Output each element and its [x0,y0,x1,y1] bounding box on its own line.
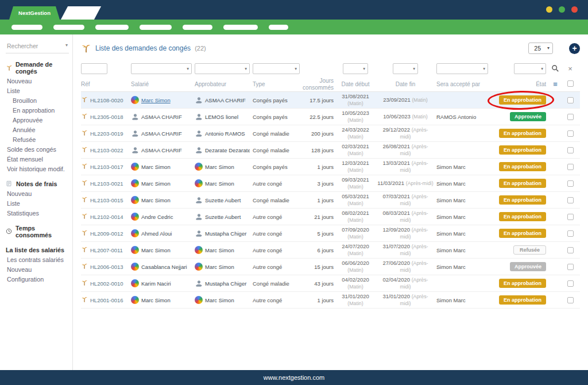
sidebar-section-notes-de-frais[interactable]: Notes de frais [6,179,69,188]
row-checkbox[interactable] [567,114,574,120]
col-header-approbateur[interactable]: Approbateur [195,81,250,87]
filter-salarie-select[interactable]: ▾ [131,63,192,74]
sidebar-item-brouillon[interactable]: Brouillon [6,95,69,105]
sidebar-item-solde-des-conges[interactable]: Solde des congés [6,144,69,154]
filter-ref-input[interactable] [81,63,107,74]
col-header-jours[interactable]: Joursconsommés [303,78,334,91]
sidebar-section-la-liste-des-salaries[interactable]: La liste des salariés [6,245,69,255]
nav-pill[interactable] [11,25,42,30]
nav-pill[interactable] [269,25,288,30]
salarie-name[interactable]: ASMAA CHARIF [141,130,182,137]
table-row[interactable]: HL2009-0012 Ahmed Aloui Mustapha Chiger … [81,225,580,242]
col-header-date-debut[interactable]: Date début [336,81,374,87]
row-checkbox[interactable] [567,197,574,203]
window-dot-red[interactable] [571,6,578,13]
sidebar-item-nouveau[interactable]: Nouveau [6,188,69,198]
row-checkbox[interactable] [567,130,574,137]
nav-pill[interactable] [95,25,129,30]
ref-value[interactable]: HL2305-0018 [90,114,123,120]
ref-value[interactable]: HL2007-0011 [90,247,123,253]
row-checkbox[interactable] [567,230,574,237]
row-checkbox[interactable] [567,297,574,303]
table-row[interactable]: HL2103-0021 Marc Simon Marc Simon Autre … [81,175,580,192]
col-header-ref[interactable]: Réf [81,81,128,87]
ref-value[interactable]: HL2001-0016 [90,297,123,303]
sidebar-item-voir-historique-modif[interactable]: Voir historique modif. [6,164,69,174]
table-row[interactable]: HL2103-0022 ASMAA CHARIF Dezarate Dezara… [81,142,580,159]
ref-value[interactable]: HL2108-0020 [90,97,123,103]
window-dot-yellow[interactable] [546,6,552,13]
salarie-name[interactable]: Ahmed Aloui [141,230,172,237]
row-checkbox[interactable] [567,147,574,153]
row-checkbox[interactable] [567,280,574,287]
col-header-date-fin[interactable]: Date fin [377,81,434,87]
nav-pill[interactable] [223,25,258,30]
ref-value[interactable]: HL2102-0014 [90,214,123,220]
nav-pill[interactable] [183,25,212,30]
salarie-name[interactable]: Marc Simon [141,97,171,103]
sidebar-search[interactable]: Rechercher ▾ [6,41,69,53]
footer-url[interactable]: www.nextgestion.com [264,374,324,381]
salarie-name[interactable]: Marc Simon [141,297,171,303]
ref-value[interactable]: HL2203-0019 [90,130,123,137]
salarie-name[interactable]: ASMAA CHARIF [141,147,182,153]
search-icon[interactable] [551,64,559,72]
row-checkbox[interactable] [567,264,574,270]
salarie-name[interactable]: Andre Cedric [141,214,173,220]
brand-tab[interactable]: NextGestion [9,6,60,20]
filter-sera-select[interactable]: ▾ [436,63,488,74]
sidebar-item-les-contrats-salaries[interactable]: Les contrats salariés [6,255,69,264]
filter-date-debut-select[interactable]: ▾ [343,63,368,74]
secondary-tab[interactable] [61,6,101,20]
sidebar-item-statistiques[interactable]: Statistiques [6,208,69,218]
table-row[interactable]: HL2007-0011 Marc Simon Marc Simon Autre … [81,242,580,259]
ref-value[interactable]: HL2103-0022 [90,147,123,153]
col-header-sera[interactable]: Sera accepté par [436,81,488,87]
filter-etat-select[interactable]: ▾ [514,63,546,74]
col-header-etat[interactable]: État [491,81,546,87]
page-size-select[interactable]: 25 ▾ [528,43,553,54]
sidebar-item-liste[interactable]: Liste [6,86,69,95]
sidebar-item-liste[interactable]: Liste [6,198,69,208]
salarie-name[interactable]: Marc Simon [141,164,171,170]
clear-filters-icon[interactable]: × [568,64,572,73]
ref-value[interactable]: HL2103-0017 [90,164,123,170]
table-row[interactable]: HL2001-0016 Marc Simon Marc Simon Autre … [81,292,580,309]
filter-type-select[interactable]: ▾ [253,63,300,74]
salarie-name[interactable]: Marc Simon [141,197,171,203]
filter-date-fin-select[interactable]: ▾ [393,63,418,74]
ref-value[interactable]: HL2103-0015 [90,197,123,203]
col-header-salarie[interactable]: Salarié [131,81,192,87]
table-row[interactable]: HL2002-0010 Karim Naciri Mustapha Chiger… [81,275,580,292]
table-row[interactable]: HL2103-0015 Marc Simon Suzette Aubert Co… [81,192,580,209]
table-row[interactable]: HL2103-0017 Marc Simon Marc Simon Congés… [81,159,580,175]
nav-pill[interactable] [140,25,172,30]
table-row[interactable]: HL2006-0013 Casablanca Nejjari Marc Simo… [81,259,580,275]
filter-approbateur-select[interactable]: ▾ [195,63,250,74]
col-header-type[interactable]: Type [253,81,300,87]
salarie-name[interactable]: ASMAA CHARIF [141,114,182,120]
table-row[interactable]: HL2203-0019 ASMAA CHARIF Antonio RAMOS C… [81,125,580,142]
add-request-button[interactable]: + [569,43,580,54]
sidebar-item-refusee[interactable]: Refusée [6,134,69,144]
list-view-icon[interactable]: ≡ [553,80,558,88]
sidebar-item-configuration[interactable]: Configuration [6,274,69,284]
ref-value[interactable]: HL2006-0013 [90,264,123,270]
sidebar-item-en-approbation[interactable]: En approbation [6,105,69,115]
ref-value[interactable]: HL2002-0010 [90,280,123,287]
sidebar-item-approuvee[interactable]: Approuvée [6,115,69,125]
row-checkbox[interactable] [567,214,574,220]
ref-value[interactable]: HL2103-0021 [90,180,123,187]
sidebar-section-demande-de-conges[interactable]: Demande de congés [6,59,69,76]
sidebar-item-nouveau[interactable]: Nouveau [6,76,69,86]
sidebar-item-annulee[interactable]: Annulée [6,125,69,134]
ref-value[interactable]: HL2009-0012 [90,230,123,237]
row-checkbox[interactable] [567,97,574,103]
sidebar-item-etat-mensuel[interactable]: État mensuel [6,154,69,164]
table-row[interactable]: HL2305-0018 ASMAA CHARIF LEMOS lionel Co… [81,109,580,125]
window-dot-green[interactable] [559,6,565,13]
salarie-name[interactable]: Marc Simon [141,180,171,187]
select-all-checkbox[interactable] [567,80,574,87]
salarie-name[interactable]: Karim Naciri [141,280,171,287]
salarie-name[interactable]: Marc Simon [141,247,171,253]
